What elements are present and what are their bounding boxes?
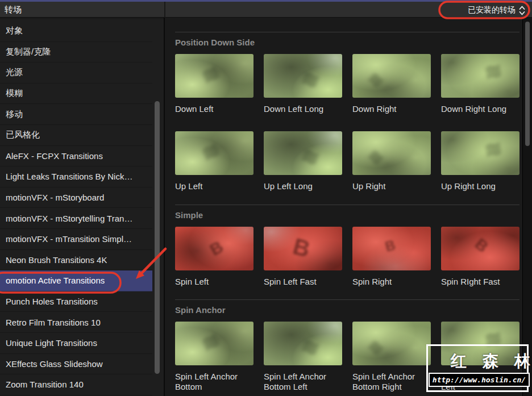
sidebar-item-17[interactable]: Zoom Transition 140 [0,374,152,395]
transition-item[interactable]: Spin Left Anchor Bottom Left [264,322,342,393]
transition-thumbnail[interactable] [441,131,519,175]
transition-label: Down Right Long [441,104,519,114]
sidebar-item-4[interactable]: 移动 [0,104,152,125]
sidebar-item-11[interactable]: Neon Brush Transitions 4K [0,250,152,271]
transition-label: Spin Left Fast [264,277,342,287]
transition-thumbnail[interactable] [264,227,342,270]
section-grid: Down LeftDown Left LongDown RightDown Ri… [175,54,519,192]
transition-item[interactable]: Spin RIght Fast [441,227,519,287]
section-title: Simple [175,210,522,220]
sidebar-item-10[interactable]: motionVFX - mTransition Simpl… [0,229,152,250]
transition-label: Spin RIght Fast [441,277,519,287]
transition-label: Spin Left [175,277,253,287]
transition-item[interactable]: Down Left [175,54,253,114]
sidebar-scrollbar[interactable] [155,101,160,374]
sidebar-item-12[interactable]: omotion Active Transitions [0,270,152,291]
sidebar-item-label: 移动 [6,109,23,120]
sidebar-item-label: AleFX - FCPX Transitions [6,151,103,161]
transition-thumbnail[interactable] [175,54,253,98]
sidebar-item-label: Zoom Transition 140 [6,380,84,389]
transition-item[interactable]: Spin Left Anchor Bottom Right [352,322,431,393]
transition-thumbnail[interactable] [352,322,431,365]
sidebar-item-3[interactable]: 模糊 [0,84,152,105]
sidebar-item-13[interactable]: Punch Holes Transitions [0,291,152,312]
section-divider [175,32,519,32]
transition-item[interactable]: Spin Left Fast [264,227,342,287]
sidebar-item-7[interactable]: Light Leaks Transitions By Nick… [0,166,152,187]
transition-label: Up Right [352,181,431,191]
section-divider [175,299,519,300]
transition-label: Down Left [175,104,253,114]
sidebar-item-14[interactable]: Retro Film Transitions 10 [0,312,152,333]
sidebar-item-label: Light Leaks Transitions By Nick… [6,172,132,181]
transition-label: Spin Left Anchor Bottom Left [264,372,342,393]
sidebar-item-label: omotion Active Transitions [6,276,105,285]
sidebar-item-label: Neon Brush Transitions 4K [6,255,107,265]
sidebar-item-5[interactable]: 已风格化 [0,125,152,146]
sidebar-item-label: 已风格化 [6,130,40,140]
transition-item[interactable]: Down Right Long [441,54,519,114]
transition-label: Spin Left Anchor Bottom Right [352,372,431,393]
transition-item[interactable]: Up Left Long [264,131,342,191]
sidebar-item-15[interactable]: Unique Light Transitions [0,333,152,354]
sidebar-list: 对象复制器/克隆光源模糊移动已风格化AleFX - FCPX Transitio… [0,21,152,395]
transitions-panel: Position Down SideDown LeftDown Left Lon… [165,19,522,396]
transition-thumbnail[interactable] [264,54,342,98]
transition-label: Up Left [175,181,253,191]
transition-item[interactable]: Spin Right [352,227,431,287]
transition-thumbnail[interactable] [441,322,519,365]
sidebar-item-8[interactable]: motionVFX - mStoryboard [0,187,152,209]
sidebar-item-16[interactable]: XEffects Glass Slideshow [0,354,152,375]
transition-thumbnail[interactable] [264,322,342,365]
sidebar-item-label: motionVFX - mTransition Simpl… [6,234,132,244]
transition-item[interactable]: Spin Left Anchor Left [441,322,519,393]
transition-label: Down Left Long [264,104,342,114]
sidebar-item-1[interactable]: 复制器/克隆 [0,42,152,63]
transition-item[interactable]: Up Left [175,131,253,191]
transition-item[interactable]: Up Right [352,131,431,191]
transition-thumbnail[interactable] [352,54,431,98]
transition-thumbnail[interactable] [352,131,431,175]
sidebar-item-label: Retro Film Transitions 10 [6,318,101,327]
sidebar-item-label: 光源 [6,67,23,78]
transition-label: Spin Left Anchor Bottom [175,372,253,393]
section-grid: Spin LeftSpin Left FastSpin RightSpin RI… [175,227,519,287]
installed-transitions-dropdown[interactable]: 已安装的转场 [468,3,525,17]
transition-label: Up Right Long [441,181,519,191]
transition-item[interactable]: Up Right Long [441,131,519,191]
section-title: Position Down Side [175,37,522,47]
updown-chevron-icon [519,6,525,15]
transition-thumbnail[interactable] [441,54,519,98]
transition-label: Down Right [352,104,431,114]
top-bar: 转场 已安装的转场 [0,0,532,18]
transition-thumbnail[interactable] [175,322,253,365]
sidebar-item-6[interactable]: AleFX - FCPX Transitions [0,146,152,167]
transition-item[interactable]: Spin Left [175,227,253,287]
transition-label: Spin Left Anchor Left [441,372,519,393]
sidebar-item-label: Punch Holes Transitions [6,297,98,306]
category-sidebar: 对象复制器/克隆光源模糊移动已风格化AleFX - FCPX Transitio… [0,19,164,396]
transition-item[interactable]: Spin Left Anchor Bottom [175,322,253,393]
panel-title: 转场 [5,5,22,15]
main-scrollbar-track[interactable] [522,18,532,396]
transition-thumbnail[interactable] [441,227,519,270]
transition-label: Spin Right [352,277,431,287]
section-grid: Spin Left Anchor BottomSpin Left Anchor … [175,322,519,393]
sidebar-item-9[interactable]: motionVFX - mStorytelling Tran… [0,208,152,229]
transition-thumbnail[interactable] [352,227,431,270]
sidebar-item-label: Unique Light Transitions [6,338,97,348]
transition-thumbnail[interactable] [175,131,253,175]
main-scrollbar[interactable] [525,22,530,146]
transition-item[interactable]: Down Right [352,54,431,114]
transition-item[interactable]: Down Left Long [264,54,342,114]
section-divider [175,205,519,205]
transition-thumbnail[interactable] [264,131,342,175]
transitions-browser-window: 转场 已安装的转场 对象复制器/克隆光源模糊移动已风格化AleFX - FCPX… [0,0,532,396]
section-title: Spin Anchor [175,305,522,315]
sidebar-item-label: 对象 [6,26,23,36]
sidebar-item-label: 模糊 [6,88,23,99]
sidebar-item-0[interactable]: 对象 [0,21,152,42]
transition-thumbnail[interactable] [175,227,253,270]
sidebar-item-2[interactable]: 光源 [0,62,152,84]
topbar-divider [164,2,165,18]
